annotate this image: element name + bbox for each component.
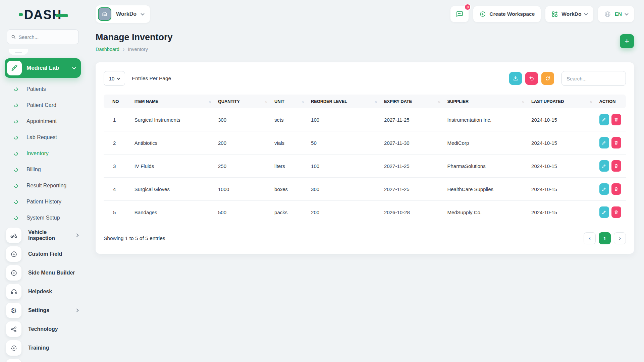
entries-per-page-select[interactable]: 10 [104, 71, 125, 86]
circle-icon [13, 86, 19, 92]
plus-circle-icon [479, 11, 486, 17]
circle-icon [13, 183, 19, 188]
language-selector[interactable]: EN [598, 6, 634, 22]
syringe-icon [7, 61, 22, 75]
sidebar-item-lab-request[interactable]: Lab Request [0, 129, 86, 145]
motorcycle-icon [6, 228, 21, 243]
sidebar-item-billing[interactable]: Billing [0, 162, 86, 178]
breadcrumb-dashboard-link[interactable]: Dashboard [96, 47, 119, 52]
trash-icon [614, 187, 619, 191]
logo-accent-dot [19, 13, 23, 16]
chevron-down-icon [625, 12, 628, 15]
sidebar-item-patient-card[interactable]: Patient Card [0, 97, 86, 113]
export-download-button[interactable] [509, 72, 522, 85]
target-icon [6, 340, 21, 356]
circle-icon [13, 103, 19, 108]
sidebar-item-helpdesk[interactable]: Helpdesk [0, 282, 86, 301]
edit-button[interactable] [599, 183, 609, 195]
table-header-row: NO ITEM NAME↑↓ QUANTITY↑↓ UNIT↑↓ REORDER… [104, 95, 626, 108]
pagination-prev-button[interactable]: ‹ [584, 232, 596, 244]
column-header-quantity[interactable]: QUANTITY↑↓ [213, 95, 270, 108]
sidebar-item-custom-field[interactable]: Custom Field [0, 245, 86, 263]
sidebar-item-settings[interactable]: ⚙ Settings [0, 301, 86, 320]
edit-button[interactable] [599, 206, 609, 218]
pencil-icon [602, 117, 606, 122]
column-header-last-updated[interactable]: LAST UPDATED↑↓ [527, 95, 594, 108]
create-workspace-button[interactable]: Create Workspace [473, 6, 541, 22]
pencil-icon [602, 210, 606, 215]
sidebar-item-vehicle-inspection[interactable]: Vehicle Inspection [0, 226, 86, 245]
undo-button[interactable] [525, 72, 538, 85]
circle-icon [13, 151, 19, 156]
undo-arrow-icon [529, 75, 535, 81]
table-row: 2 Antibiotics 200 vials 50 2027-11-30 Me… [104, 131, 626, 155]
workspace-selector[interactable]: WorkDo [96, 5, 150, 23]
edit-button[interactable] [599, 114, 609, 125]
pagination-next-button[interactable]: › [614, 232, 626, 244]
trash-icon [614, 140, 619, 145]
entries-summary: Showing 1 to 5 of 5 entries [104, 235, 165, 241]
pagination-page-1[interactable]: 1 [599, 232, 611, 244]
sidebar-item-side-menu-builder[interactable]: Side Menu Builder [0, 263, 86, 282]
page-title: Manage Inventory [96, 32, 173, 43]
circle-icon [13, 215, 19, 221]
gear-icon: ⚙ [6, 303, 21, 318]
plus-circle-icon [6, 265, 21, 281]
sidebar-item-result-reporting[interactable]: Result Reporting [0, 178, 86, 194]
sidebar-item-system-setup[interactable]: System Setup [0, 210, 86, 226]
messages-badge: 0 [464, 4, 471, 10]
column-header-reorder-level[interactable]: REORDER LEVEL↑↓ [306, 95, 379, 108]
circle-icon [13, 119, 19, 124]
sidebar-item-patient-history[interactable]: Patient History [0, 194, 86, 210]
sort-icon[interactable]: ↑↓ [265, 100, 267, 104]
edit-button[interactable] [599, 137, 609, 148]
column-header-expiry-date[interactable]: EXPIRY DATE↑↓ [379, 95, 442, 108]
topbar-actions: 0 Create Workspace WorkDo EN [450, 6, 634, 22]
delete-button[interactable] [611, 183, 621, 195]
add-inventory-button[interactable]: + [620, 34, 634, 48]
sidebar-search[interactable] [7, 29, 79, 44]
page-header: Manage Inventory Dashboard › Inventory + [96, 32, 634, 52]
sort-icon[interactable]: ↑↓ [590, 100, 592, 104]
chevron-right-icon [75, 308, 78, 312]
sidebar-item-patients[interactable]: Patients [0, 81, 86, 97]
headphones-icon [6, 284, 21, 299]
sidebar-group-medical-lab[interactable]: Medical Lab [5, 58, 81, 78]
trash-icon [614, 117, 619, 122]
pencil-icon [602, 164, 606, 168]
column-header-item-name[interactable]: ITEM NAME↑↓ [130, 95, 213, 108]
breadcrumb-separator: › [123, 46, 124, 52]
search-icon [11, 34, 16, 40]
column-header-unit[interactable]: UNIT↑↓ [270, 95, 306, 108]
delete-button[interactable] [611, 137, 621, 148]
edit-button[interactable] [599, 160, 609, 172]
workdo-apps-menu[interactable]: WorkDo [545, 6, 593, 22]
sort-icon[interactable]: ↑↓ [302, 100, 304, 104]
delete-button[interactable] [611, 114, 621, 125]
sort-icon[interactable]: ↑↓ [438, 100, 440, 104]
sidebar-search-input[interactable] [18, 34, 74, 40]
workspace-name: WorkDo [116, 11, 137, 17]
messages-button[interactable]: 0 [450, 6, 469, 22]
delete-button[interactable] [611, 206, 621, 218]
table-search-input[interactable] [561, 71, 626, 86]
chevron-down-icon [72, 66, 76, 69]
refresh-button[interactable] [541, 72, 554, 85]
sort-icon[interactable]: ↑↓ [522, 100, 524, 104]
sidebar-item-appointment[interactable]: Appointment [0, 113, 86, 129]
sidebar-item-technology[interactable]: Technology [0, 320, 86, 339]
entries-per-page-label: Entries Per Page [132, 75, 171, 81]
workspace-avatar [98, 7, 111, 21]
sort-icon[interactable]: ↑↓ [208, 100, 211, 104]
delete-button[interactable] [611, 160, 621, 172]
column-header-supplier[interactable]: SUPPLIER↑↓ [442, 95, 527, 108]
chevron-down-icon [584, 12, 588, 15]
circle-icon [13, 135, 19, 140]
sidebar-item-technology-2[interactable]: Technology [0, 357, 86, 362]
column-header-no[interactable]: NO [104, 95, 130, 108]
breadcrumb-current: Inventory [128, 47, 148, 52]
sidebar-item-inventory[interactable]: Inventory [0, 145, 86, 162]
sort-icon[interactable]: ↑↓ [375, 100, 377, 104]
table-row: 5 Bandages 500 packs 200 2026-10-28 MedS… [104, 201, 626, 224]
sidebar-item-training[interactable]: Training [0, 339, 86, 357]
